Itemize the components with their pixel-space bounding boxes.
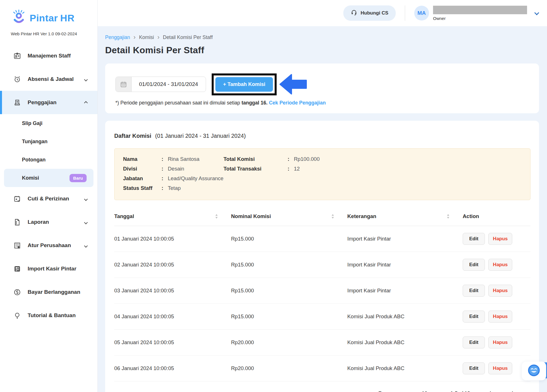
edit-button[interactable]: Edit — [463, 285, 485, 297]
cell-keterangan: Komisi Jual Produk ABC — [347, 304, 463, 330]
tambah-komisi-button[interactable]: + Tambah Komisi — [215, 77, 273, 92]
column-header-nominal-komisi[interactable]: Nominal Komisi — [231, 207, 347, 226]
sidebar-subitem-komisi[interactable]: Komisi Baru — [4, 169, 93, 187]
staff-info-right: Total KomisiRp100.000 Total Transaksi12 — [223, 156, 506, 172]
filter-card: 01/01/2024 - 31/01/2024 + Tambah Komisi … — [105, 63, 539, 113]
dollar-circle-icon — [13, 288, 21, 296]
table-row: 02 Januari 2024 10:00:05 Rp15.000 Import… — [114, 252, 530, 278]
sidebar-subitem-label: Slip Gaji — [22, 120, 42, 126]
sidebar-item-cuti-perizinan[interactable]: Cuti & Perizinan — [0, 187, 97, 210]
date-range-picker[interactable]: 01/01/2024 - 31/01/2024 — [115, 77, 206, 92]
table-row: 03 Januari 2024 10:00:05 Rp15.000 Import… — [114, 278, 530, 304]
sort-icon[interactable] — [331, 214, 334, 219]
pagination: Rows per page: 10 1-5 of 13 — [114, 391, 530, 392]
chevron-up-icon — [85, 99, 87, 106]
cell-tanggal: 04 Januari 2024 10:00:05 — [114, 304, 231, 330]
report-document-icon — [13, 218, 21, 226]
hapus-button[interactable]: Hapus — [488, 362, 512, 374]
staff-info-left: NamaRina Santosa DivisiDesain JabatanLea… — [123, 156, 223, 191]
payroll-period-note: *) Periode penggajian perusahaan saat in… — [115, 100, 529, 106]
sidebar: PintarHR Web Pintar HR Ver 1.0 09-02-202… — [0, 0, 98, 392]
sidebar-item-label: Absensi & Jadwal — [28, 76, 74, 82]
sort-icon[interactable] — [447, 214, 450, 219]
main-column: Hubungi CS MA Owner Penggajian Komisi De… — [98, 0, 547, 392]
column-header-tanggal[interactable]: Tanggal — [114, 207, 231, 226]
feedback-button[interactable] — [522, 362, 546, 380]
pintar-hr-logo-icon — [11, 10, 27, 26]
breadcrumb-separator — [157, 34, 159, 41]
edit-button[interactable]: Edit — [463, 233, 485, 245]
sidebar-item-label: Manajemen Staff — [28, 53, 71, 59]
breadcrumb-komisi[interactable]: Komisi — [139, 34, 154, 40]
hapus-button[interactable]: Hapus — [488, 311, 512, 323]
sidebar-subitem-tunjangan[interactable]: Tunjangan — [4, 132, 93, 151]
account-menu-chevron-down-icon[interactable] — [535, 11, 538, 16]
sidebar-subitem-slip-gaji[interactable]: Slip Gaji — [4, 114, 93, 132]
chevron-down-icon — [85, 242, 87, 249]
sidebar-item-label: Atur Perusahaan — [28, 242, 71, 249]
annotation-highlight-box: + Tambah Komisi — [212, 73, 277, 95]
edit-button[interactable]: Edit — [463, 311, 485, 323]
hapus-button[interactable]: Hapus — [488, 336, 512, 348]
sidebar-item-bayar-berlangganan[interactable]: Bayar Berlangganan — [0, 280, 97, 304]
rows-per-page-select[interactable]: 10 — [422, 391, 432, 392]
edit-button[interactable]: Edit — [463, 259, 485, 271]
info-value-total-komisi: Rp100.000 — [294, 156, 506, 162]
sidebar-item-penggajian[interactable]: Penggajian — [0, 91, 97, 114]
breadcrumb-separator — [134, 34, 136, 41]
sort-icon[interactable] — [215, 214, 218, 219]
breadcrumb-penggajian[interactable]: Penggajian — [105, 34, 130, 40]
user-name-redacted — [433, 6, 527, 14]
topbar: Hubungi CS MA Owner — [98, 0, 547, 26]
info-value-status: Tetap — [168, 185, 223, 191]
baru-badge: Baru — [70, 174, 87, 182]
info-value-total-transaksi: 12 — [294, 166, 506, 172]
sidebar-item-label: Tutorial & Bantuan — [28, 312, 76, 319]
komisi-table: Tanggal Nominal Komisi — [114, 207, 530, 381]
sidebar-subitem-label: Komisi — [22, 175, 39, 181]
calendar-leave-icon — [13, 195, 21, 203]
sidebar-subitem-potongan[interactable]: Potongan — [4, 151, 93, 169]
avatar[interactable]: MA — [414, 6, 429, 20]
hapus-button[interactable]: Hapus — [488, 285, 512, 297]
table-row: 05 Januari 2024 10:00:05 Rp20.000 Komisi… — [114, 330, 530, 356]
cell-keterangan: Import Kasir Pintar — [347, 278, 463, 304]
hapus-button[interactable]: Hapus — [488, 259, 512, 271]
date-range-value: 01/01/2024 - 31/01/2024 — [132, 77, 206, 92]
sidebar-item-import-kasir-pintar[interactable]: Import Kasir Pintar — [0, 257, 97, 280]
cell-nominal: Rp15.000 — [231, 226, 347, 252]
edit-button[interactable]: Edit — [463, 336, 485, 348]
info-value-nama: Rina Santosa — [168, 156, 223, 162]
sidebar-item-laporan[interactable]: Laporan — [0, 210, 97, 234]
sidebar-item-label: Bayar Berlangganan — [28, 289, 80, 295]
info-label: Total Komisi — [223, 156, 287, 162]
cell-nominal: Rp15.000 — [231, 252, 347, 278]
breadcrumb-current: Detail Komisi Per Staff — [163, 34, 213, 40]
cell-keterangan: Komisi Jual Produk ABC — [347, 356, 463, 381]
sidebar-item-manajemen-staff[interactable]: Manajemen Staff — [0, 44, 97, 67]
cell-tanggal: 06 Januari 2024 10:00:05 — [114, 356, 231, 381]
rows-per-page-label: Rows per page: — [378, 391, 413, 392]
cell-nominal: Rp20.000 — [231, 330, 347, 356]
annotation-arrow-left-icon — [279, 73, 307, 95]
app-window: PintarHR Web Pintar HR Ver 1.0 09-02-202… — [0, 0, 547, 392]
page-content: Penggajian Komisi Detail Komisi Per Staf… — [98, 26, 547, 392]
app-version: Web Pintar HR Ver 1.0 09-02-2024 — [11, 31, 97, 36]
user-role: Owner — [433, 16, 527, 21]
alarm-clock-icon — [13, 75, 21, 83]
sidebar-item-tutorial-bantuan[interactable]: Tutorial & Bantuan — [0, 304, 97, 327]
edit-button[interactable]: Edit — [463, 362, 485, 374]
sidebar-item-label: Laporan — [28, 219, 49, 225]
cell-tanggal: 05 Januari 2024 10:00:05 — [114, 330, 231, 356]
cek-periode-link[interactable]: Cek Periode Penggajian — [269, 100, 326, 106]
hapus-button[interactable]: Hapus — [488, 233, 512, 245]
column-header-keterangan[interactable]: Keterangan — [347, 207, 463, 226]
info-label: Status Staff — [123, 185, 162, 191]
divider — [405, 5, 405, 21]
logo-text: PintarHR — [30, 13, 74, 24]
sidebar-item-atur-perusahaan[interactable]: Atur Perusahaan — [0, 234, 97, 257]
sidebar-item-absensi-jadwal[interactable]: Absensi & Jadwal — [0, 67, 97, 91]
cell-nominal: Rp15.000 — [231, 304, 347, 330]
contact-cs-button[interactable]: Hubungi CS — [343, 5, 396, 21]
cell-keterangan: Komisi Jual Produk ABC — [347, 330, 463, 356]
